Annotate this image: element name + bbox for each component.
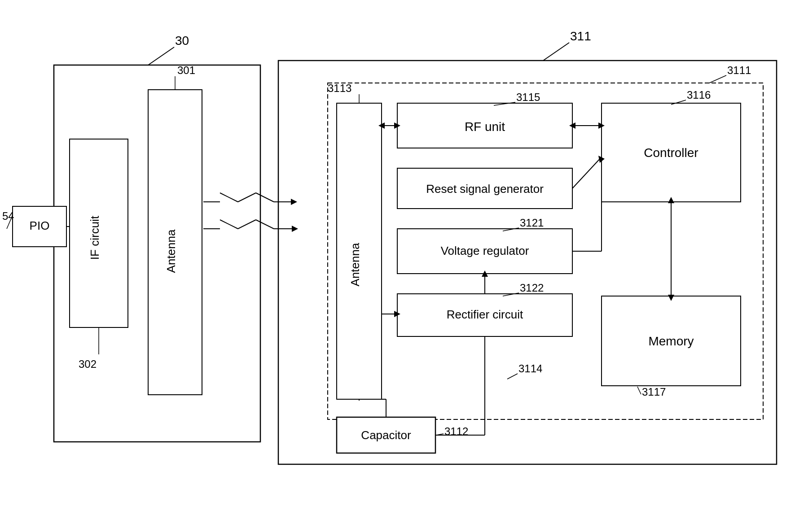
reset-signal-label: Reset signal generator [426,182,544,196]
ref-3116: 3116 [687,89,711,101]
rf-unit-label: RF unit [465,120,505,134]
voltage-regulator-label: Voltage regulator [441,244,529,257]
ref-3117: 3117 [642,386,666,398]
if-circuit-label: IF circuit [88,215,101,260]
rectifier-circuit-label: Rectifier circuit [447,308,523,321]
controller-label: Controller [644,146,698,160]
pio-label: PIO [30,219,50,232]
ref-3111: 3111 [727,64,751,76]
ref-311: 311 [570,29,591,43]
diagram-container: 30 IF circuit Antenna 301 302 PIO 54 311… [0,0,795,532]
ref-3122: 3122 [520,282,544,294]
ref-301: 301 [177,64,195,76]
ref-3113: 3113 [328,82,351,94]
ref-30: 30 [175,34,189,48]
antenna-left-label: Antenna [164,229,178,273]
memory-label: Memory [648,334,694,348]
ref-3114: 3114 [518,362,542,375]
ref-3115: 3115 [516,91,540,103]
antenna-right-label: Antenna [348,243,362,286]
ref-3121: 3121 [520,217,544,229]
ref-54: 54 [2,210,14,222]
ref-302: 302 [79,358,97,370]
capacitor-label: Capacitor [361,428,411,442]
